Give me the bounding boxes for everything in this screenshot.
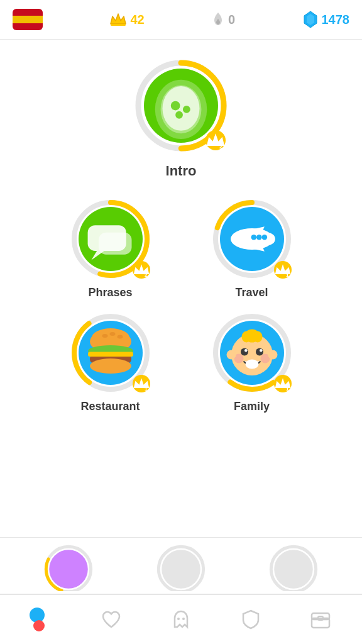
svg-point-31 <box>109 332 115 336</box>
fire-count: 0 <box>228 13 235 27</box>
main-content: 2 Intro <box>0 40 362 537</box>
streak-stat: 42 <box>110 13 144 27</box>
svg-point-45 <box>244 349 248 352</box>
family-ring[interactable]: 1 <box>211 312 293 394</box>
nav-hearts[interactable] <box>92 601 130 638</box>
bottom-strip <box>0 537 362 594</box>
svg-point-59 <box>177 618 180 620</box>
svg-point-46 <box>260 349 263 352</box>
phrases-label: Phrases <box>88 286 132 299</box>
svg-point-50 <box>226 350 236 360</box>
svg-point-51 <box>268 350 277 360</box>
travel-ring[interactable]: 1 <box>211 198 293 280</box>
skill-travel[interactable]: 1 Travel <box>190 198 313 299</box>
svg-rect-15 <box>99 233 131 255</box>
nav-profile[interactable] <box>162 601 200 638</box>
svg-point-23 <box>251 235 256 240</box>
svg-point-49 <box>245 360 258 369</box>
intro-circle[interactable]: 2 <box>134 58 228 153</box>
heart-icon <box>101 609 121 630</box>
svg-point-60 <box>182 618 185 620</box>
svg-point-58 <box>274 550 313 589</box>
phrases-badge: 2 <box>133 261 150 279</box>
header: 42 0 1478 <box>0 0 362 40</box>
travel-label: Travel <box>235 286 268 299</box>
svg-rect-35 <box>88 352 133 357</box>
svg-point-25 <box>261 235 267 240</box>
intro-skill[interactable]: 2 Intro <box>134 58 228 179</box>
svg-point-30 <box>102 334 107 338</box>
ghost-icon <box>171 609 191 630</box>
gem-icon <box>303 11 318 28</box>
skill-phrases[interactable]: 2 Phrases <box>49 198 172 299</box>
svg-point-41 <box>241 331 251 343</box>
svg-point-43 <box>241 348 248 356</box>
svg-point-8 <box>171 101 180 111</box>
restaurant-label: Restaurant <box>80 400 140 413</box>
flag-spain[interactable] <box>13 9 43 30</box>
profile-icon <box>30 608 53 631</box>
crown-icon <box>110 13 126 26</box>
chest-icon <box>310 609 331 630</box>
partial-skill-2[interactable] <box>156 541 206 591</box>
intro-crown-badge: 2 <box>206 130 226 150</box>
svg-point-24 <box>256 235 262 240</box>
streak-count: 42 <box>130 13 144 27</box>
restaurant-ring[interactable]: 1 <box>70 312 151 394</box>
phrases-ring[interactable]: 2 <box>70 198 151 280</box>
nav-league[interactable] <box>232 601 270 638</box>
skill-family[interactable]: 1 Family <box>190 312 313 413</box>
partial-skill-3[interactable] <box>268 541 319 591</box>
skills-grid: 2 Phrases <box>49 198 313 413</box>
fire-icon <box>212 11 224 28</box>
svg-point-9 <box>183 106 190 113</box>
bottom-nav <box>0 594 362 644</box>
svg-point-54 <box>50 550 89 589</box>
shield-icon <box>241 609 261 630</box>
fire-stat: 0 <box>212 11 235 28</box>
svg-point-44 <box>256 348 263 356</box>
svg-point-42 <box>253 331 262 343</box>
nav-home[interactable] <box>23 601 60 638</box>
svg-point-10 <box>175 111 183 119</box>
travel-badge: 1 <box>274 261 292 279</box>
family-badge: 1 <box>274 375 292 392</box>
svg-point-36 <box>90 358 131 374</box>
skill-restaurant[interactable]: 1 Restaurant <box>49 312 172 413</box>
gems-stat: 1478 <box>303 11 350 28</box>
intro-label: Intro <box>166 163 197 179</box>
svg-point-32 <box>117 335 123 339</box>
gems-count: 1478 <box>322 13 350 27</box>
svg-point-56 <box>162 550 200 589</box>
family-label: Family <box>234 400 270 413</box>
svg-point-29 <box>92 328 129 347</box>
svg-rect-0 <box>111 24 126 26</box>
partial-skill-1[interactable] <box>43 541 94 591</box>
nav-shop[interactable] <box>302 601 339 638</box>
restaurant-badge: 1 <box>133 375 150 392</box>
svg-point-7 <box>163 86 200 131</box>
